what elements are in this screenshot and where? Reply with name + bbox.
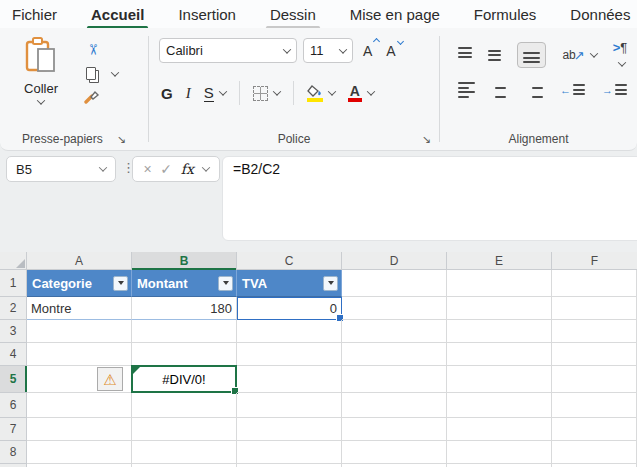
row-header-4[interactable]: 4 — [0, 343, 27, 366]
cell-F2[interactable] — [552, 297, 637, 320]
column-header-e[interactable]: E — [447, 252, 552, 270]
font-color-chevron-icon[interactable] — [366, 87, 374, 95]
cell-A6[interactable] — [27, 393, 132, 418]
cell-F7[interactable] — [552, 418, 637, 441]
column-header-f[interactable]: F — [552, 252, 637, 270]
column-header-a[interactable]: A — [27, 252, 132, 270]
cell-E8[interactable] — [447, 441, 552, 464]
cell-F1[interactable] — [552, 270, 637, 297]
column-header-d[interactable]: D — [342, 252, 447, 270]
cell-D2[interactable] — [342, 297, 447, 320]
cell-B8[interactable] — [132, 441, 237, 464]
tab-fichier[interactable]: Fichier — [10, 2, 59, 27]
cell-E4[interactable] — [447, 343, 552, 366]
increase-indent-button[interactable]: → — [602, 84, 627, 96]
cell-E3[interactable] — [447, 320, 552, 343]
filter-dropdown-button[interactable] — [218, 276, 233, 291]
cell-A7[interactable] — [27, 418, 132, 441]
font-color-button[interactable]: A — [348, 85, 374, 102]
clipboard-dialog-launcher-icon[interactable]: ↘ — [117, 133, 126, 146]
text-direction-button[interactable]: >¶ — [613, 40, 637, 70]
cell-B6[interactable] — [132, 393, 237, 418]
cell-A4[interactable] — [27, 343, 132, 366]
insert-function-icon[interactable]: fx — [181, 161, 194, 177]
align-left-button[interactable] — [458, 82, 475, 98]
row-header-8[interactable]: 8 — [0, 441, 27, 464]
filter-dropdown-button[interactable] — [323, 276, 338, 291]
cell-F3[interactable] — [552, 320, 637, 343]
font-name-combobox[interactable]: Calibri — [159, 38, 297, 63]
orientation-chevron-icon[interactable] — [589, 49, 597, 57]
cell-D3[interactable] — [342, 320, 447, 343]
cell-D4[interactable] — [342, 343, 447, 366]
align-center-button[interactable] — [492, 82, 509, 98]
cell-B3[interactable] — [132, 320, 237, 343]
format-painter-button[interactable] — [80, 86, 106, 110]
copy-button[interactable] — [80, 62, 106, 86]
formula-input[interactable]: =B2/C2 — [222, 156, 637, 241]
cell-C7[interactable] — [237, 418, 342, 441]
name-box-chevron-icon[interactable] — [99, 163, 107, 171]
row-header-5-selected[interactable]: 5 — [0, 366, 27, 393]
filter-dropdown-button[interactable] — [113, 276, 128, 291]
cut-button[interactable]: ✂ — [80, 38, 106, 62]
tab-dessin[interactable]: Dessin — [268, 2, 318, 27]
cell-B4[interactable] — [132, 343, 237, 366]
cell-C4[interactable] — [237, 343, 342, 366]
font-dialog-launcher-icon[interactable]: ↘ — [422, 133, 431, 146]
cell-F6[interactable] — [552, 393, 637, 418]
row-header-2[interactable]: 2 — [0, 297, 27, 320]
row-header-1[interactable]: 1 — [0, 270, 27, 297]
cell-A8[interactable] — [27, 441, 132, 464]
cell-F4[interactable] — [552, 343, 637, 366]
name-box[interactable]: B5 — [6, 156, 116, 182]
cell-D5[interactable] — [342, 366, 447, 393]
cell-D1[interactable] — [342, 270, 447, 297]
row-header-7[interactable]: 7 — [0, 418, 27, 441]
column-header-b-selected[interactable]: B — [132, 252, 237, 270]
align-bottom-button-selected[interactable] — [517, 42, 546, 68]
table-header-montant[interactable]: Montant — [132, 270, 237, 297]
cell-A5[interactable]: ⚠ — [27, 366, 132, 393]
row-header-6[interactable]: 6 — [0, 393, 27, 418]
cell-B7[interactable] — [132, 418, 237, 441]
italic-button[interactable]: I — [186, 85, 191, 102]
cancel-icon[interactable]: × — [143, 161, 151, 177]
borders-chevron-icon[interactable] — [272, 87, 280, 95]
fill-color-chevron-icon[interactable] — [327, 87, 335, 95]
align-top-button[interactable] — [458, 47, 472, 63]
cell-F8[interactable] — [552, 441, 637, 464]
cell-E1[interactable] — [447, 270, 552, 297]
tab-donnees[interactable]: Données — [568, 2, 632, 27]
cell-D8[interactable] — [342, 441, 447, 464]
copy-dropdown-chevron-icon[interactable] — [111, 68, 119, 76]
cell-E6[interactable] — [447, 393, 552, 418]
cell-D7[interactable] — [342, 418, 447, 441]
select-all-corner[interactable] — [0, 252, 27, 270]
cell-D6[interactable] — [342, 393, 447, 418]
row-header-3[interactable]: 3 — [0, 320, 27, 343]
tab-formules[interactable]: Formules — [472, 2, 539, 27]
underline-button[interactable]: S — [204, 84, 226, 102]
tab-insertion[interactable]: Insertion — [176, 2, 238, 27]
decrease-indent-button[interactable]: ← — [560, 84, 585, 96]
paste-button[interactable]: Coller — [12, 36, 70, 126]
enter-check-icon[interactable]: ✓ — [160, 161, 172, 177]
cell-E7[interactable] — [447, 418, 552, 441]
direction-chevron-icon[interactable] — [617, 58, 625, 66]
error-trace-button[interactable]: ⚠ — [97, 367, 123, 391]
fx-chevron-icon[interactable] — [201, 163, 209, 171]
cell-E2[interactable] — [447, 297, 552, 320]
cell-C2-table-corner[interactable]: 0 — [237, 297, 342, 320]
column-header-c[interactable]: C — [237, 252, 342, 270]
underline-chevron-icon[interactable] — [218, 87, 226, 95]
borders-button[interactable] — [253, 86, 280, 101]
table-header-tva[interactable]: TVA — [237, 270, 342, 297]
table-header-categorie[interactable]: Categorie — [27, 270, 132, 297]
cell-A3[interactable] — [27, 320, 132, 343]
tab-accueil[interactable]: Accueil — [89, 2, 146, 27]
paste-dropdown-chevron-icon[interactable] — [37, 96, 45, 104]
cell-F5[interactable] — [552, 366, 637, 393]
cell-E5[interactable] — [447, 366, 552, 393]
cell-C6[interactable] — [237, 393, 342, 418]
